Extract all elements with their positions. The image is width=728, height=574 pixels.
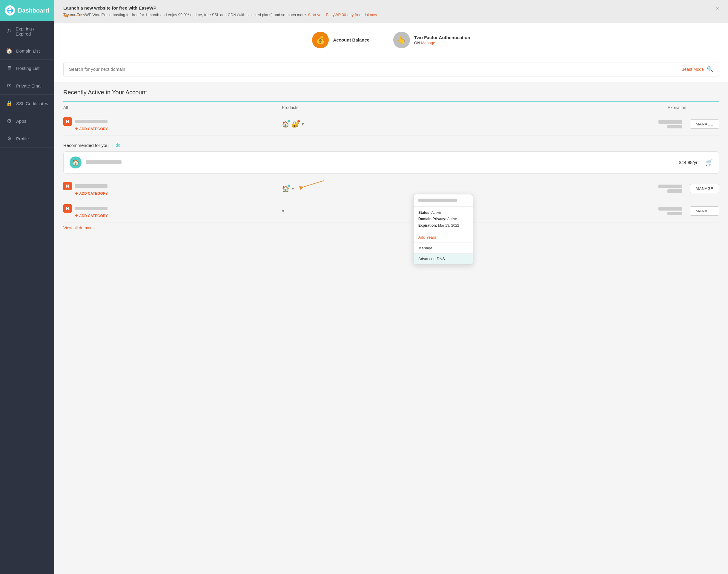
sidebar-item-label: Expiring / Expired <box>16 26 49 36</box>
sidebar-item-private-email[interactable]: ✉ Private Email <box>0 77 54 95</box>
namecheap-logo-2: N <box>63 182 72 190</box>
add-category-2[interactable]: ✚ ADD CATEGORY <box>75 192 282 196</box>
beast-mode-label[interactable]: Beast Mode <box>681 67 704 72</box>
domain-cell-1: N ✚ ADD CATEGORY <box>63 117 282 131</box>
table-row: N ✚ ADD CATEGORY 🏠 <box>63 178 719 200</box>
sidebar: 🌐 Dashboard ⏱ Expiring / Expired 🏠 Domai… <box>0 0 54 574</box>
sidebar-item-label: Profile <box>16 136 29 141</box>
namecheap-logo-1: N <box>63 117 72 126</box>
sidebar-item-label: Apps <box>16 119 26 124</box>
apps-icon: ⚙ <box>6 118 12 124</box>
two-factor-stat: 👆 Two Factor Authentication ON Manage <box>393 32 470 48</box>
email-icon: ✉ <box>6 82 12 89</box>
advanced-dns-button[interactable]: Advanced DNS <box>414 253 473 264</box>
products-cell-2: 🏠 ▾ <box>282 185 501 192</box>
search-icon[interactable]: 🔍 <box>707 66 713 73</box>
expiration-date-blurred-2 <box>658 184 682 188</box>
tooltip-privacy-label: Domain Privacy: <box>418 217 446 221</box>
product-status-dot-3 <box>288 184 290 187</box>
sidebar-nav: ⏱ Expiring / Expired 🏠 Domain List 🖥 Hos… <box>0 21 54 148</box>
sidebar-dashboard[interactable]: 🌐 Dashboard <box>0 0 54 21</box>
expand-button-3[interactable]: ▾ <box>282 208 284 214</box>
view-all-domains-link[interactable]: View all domains <box>63 226 95 230</box>
content-area: Recently Active in Your Account All Prod… <box>54 82 728 237</box>
namecheap-logo-3: N <box>63 204 72 213</box>
account-balance-stat: 💰 Account Balance <box>312 32 369 48</box>
tooltip-privacy-value: Active <box>447 217 457 221</box>
account-balance-icon: 💰 <box>312 32 329 48</box>
col-all: All <box>63 105 282 110</box>
search-section: Beast Mode 🔍 <box>54 57 728 82</box>
manage-button-2[interactable]: MANAGE <box>690 184 719 193</box>
add-category-3[interactable]: ✚ ADD CATEGORY <box>75 214 282 218</box>
recently-active-title: Recently Active in Your Account <box>63 89 719 96</box>
hosting-icon: 🖥 <box>6 65 12 71</box>
sidebar-item-apps[interactable]: ⚙ Apps <box>0 112 54 130</box>
add-to-cart-button[interactable]: 🛒 <box>705 159 713 166</box>
domain-cell-2: N ✚ ADD CATEGORY <box>63 182 282 196</box>
banner-link[interactable]: Start your EasyWP 30-day free trial now. <box>308 12 378 17</box>
products-cell-1: 🏠 🔐 ▾ <box>282 121 501 128</box>
tooltip-status-value: Active <box>431 211 441 215</box>
domain-name-blurred-2 <box>75 184 108 188</box>
banner-title: Launch a new website for free with EasyW… <box>63 5 378 10</box>
sidebar-item-profile[interactable]: ⚙ Profile <box>0 130 54 148</box>
recommended-item-icon: 🏠 <box>70 157 82 168</box>
search-bar: Beast Mode 🔍 <box>63 62 719 76</box>
manage-tooltip-button[interactable]: Manage <box>414 243 473 253</box>
recommended-section: Recommended for you Hide <box>63 143 719 148</box>
search-input[interactable] <box>69 67 681 72</box>
sidebar-item-hosting-list[interactable]: 🖥 Hosting List <box>0 60 54 77</box>
expiration-cell-3 <box>658 207 685 215</box>
expiration-detail-blurred-1 <box>668 125 682 128</box>
col-products: Products <box>282 105 501 110</box>
expand-button-2[interactable]: ▾ <box>292 186 294 192</box>
manage-button-1[interactable]: MANAGE <box>690 119 719 129</box>
main-content: Launch a new website for free with EasyW… <box>54 0 728 574</box>
sidebar-item-label: Domain List <box>16 48 40 53</box>
banner-close-button[interactable]: × <box>716 5 719 12</box>
profile-icon: ⚙ <box>6 135 12 142</box>
tooltip-status-label: Status: <box>418 211 431 215</box>
promotional-banner: Launch a new website for free with EasyW… <box>54 0 728 23</box>
sidebar-item-domain-list[interactable]: 🏠 Domain List <box>0 42 54 60</box>
sidebar-item-ssl[interactable]: 🔒 SSL Certificates <box>0 95 54 112</box>
expiration-detail-blurred-3 <box>668 212 682 215</box>
tooltip-expiration-label: Expiration: <box>418 223 437 228</box>
two-factor-icon: 👆 <box>393 32 410 48</box>
recommended-item-name-blurred <box>86 160 122 164</box>
recommended-title: Recommended for you <box>63 143 109 148</box>
two-factor-status: ON <box>414 41 420 45</box>
account-balance-label: Account Balance <box>333 37 369 42</box>
expiration-date-blurred-1 <box>658 120 682 124</box>
two-factor-manage-link[interactable]: Manage <box>421 41 435 45</box>
recommended-item: 🏠 $44.98/yr 🛒 <box>63 152 719 173</box>
tooltip-domain-name <box>418 199 457 202</box>
dashboard-logo: 🌐 <box>5 5 15 15</box>
expiration-date-blurred-3 <box>658 207 682 211</box>
sidebar-title: Dashboard <box>18 7 49 14</box>
sidebar-item-label: Hosting List <box>16 66 39 71</box>
product-status-dot-1 <box>288 120 290 122</box>
hide-recommended-link[interactable]: Hide <box>112 143 120 148</box>
add-years-button[interactable]: Add Years <box>414 232 473 243</box>
table-header: All Products Expiration <box>63 101 719 113</box>
col-expiration: Expiration <box>501 105 719 110</box>
expiring-icon: ⏱ <box>6 28 12 35</box>
manage-button-3[interactable]: MANAGE <box>690 206 719 216</box>
sidebar-item-label: Private Email <box>16 83 42 88</box>
sidebar-item-expiring[interactable]: ⏱ Expiring / Expired <box>0 21 54 42</box>
expiration-cell-1 <box>658 120 685 128</box>
domain-name-blurred-3 <box>75 207 108 210</box>
two-factor-label: Two Factor Authentication <box>414 35 470 40</box>
domain-icon: 🏠 <box>6 47 12 54</box>
tooltip-expiration-value: Mar 13, 2022 <box>438 223 459 228</box>
recommended-item-price: $44.98/yr <box>679 160 697 165</box>
add-category-1[interactable]: ✚ ADD CATEGORY <box>75 127 282 131</box>
expand-button-1[interactable]: ▾ <box>302 121 304 127</box>
domain-cell-3: N ✚ ADD CATEGORY <box>63 204 282 218</box>
domain-name-blurred-1 <box>75 120 108 123</box>
banner-text: Launch a new website for free with EasyW… <box>63 5 378 18</box>
svg-line-3 <box>304 181 324 187</box>
table-row: N ✚ ADD CATEGORY ▾ MANAGE <box>63 200 719 222</box>
